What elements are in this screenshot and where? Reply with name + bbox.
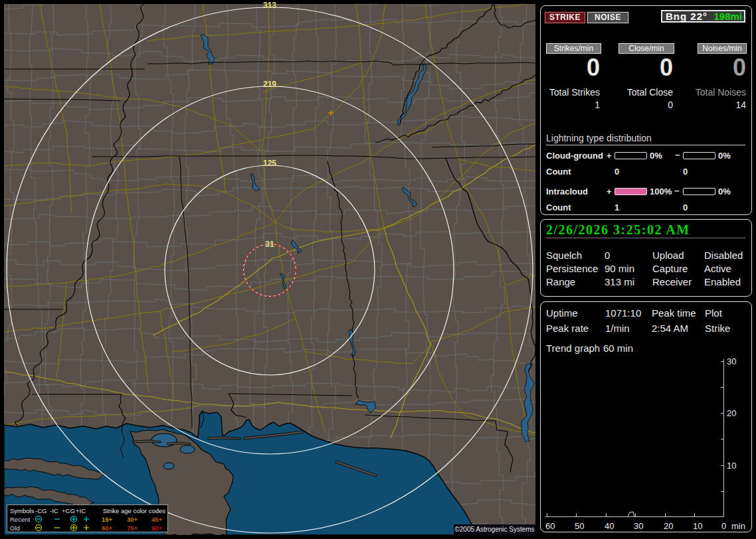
svg-text:20: 20 (727, 408, 736, 418)
svg-text:0: 0 (721, 521, 726, 531)
svg-text:30: 30 (727, 356, 736, 366)
svg-text:30: 30 (634, 521, 643, 531)
svg-text:10: 10 (727, 461, 736, 471)
svg-text:313: 313 (263, 1, 276, 10)
svg-text:10: 10 (693, 521, 702, 531)
svg-text:20: 20 (664, 521, 673, 531)
svg-text:40: 40 (605, 521, 614, 531)
svg-text:50: 50 (575, 521, 584, 531)
svg-text:219: 219 (263, 80, 276, 89)
svg-text:min: min (731, 521, 745, 531)
svg-text:31: 31 (265, 240, 274, 249)
svg-text:125: 125 (263, 159, 276, 168)
svg-text:60: 60 (545, 521, 555, 531)
